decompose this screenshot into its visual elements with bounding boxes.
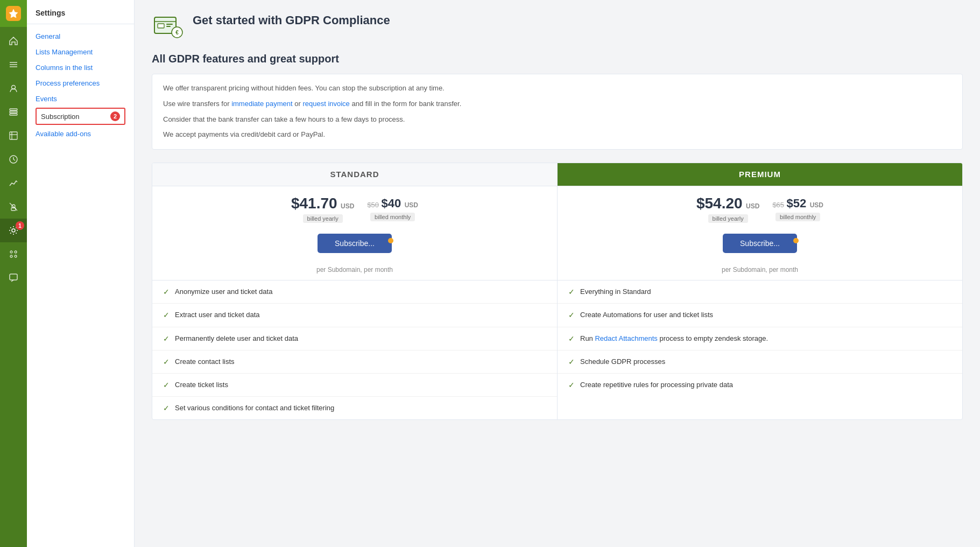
premium-price-monthly: $65 $52 USD billed monthly [772,197,823,221]
standard-feature-2: ✓ Extract user and ticket data [152,304,557,327]
premium-old-price: $65 [772,201,784,209]
standard-feature-4: ✓ Create contact lists [152,350,557,374]
svg-line-16 [10,203,17,211]
standard-yearly-billing: billed yearly [303,214,343,223]
check-icon: ✓ [163,404,170,412]
subscribe-dot [793,238,799,243]
svg-point-14 [12,205,15,208]
request-invoice-link[interactable]: request invoice [302,100,349,108]
premium-feature-2: ✓ Create Automations for user and ticket… [558,304,962,327]
premium-feature-1: ✓ Everything in Standard [558,280,962,304]
check-icon: ✓ [568,381,575,389]
standard-monthly-currency: USD [405,201,418,209]
standard-monthly-amount: $40 [382,197,401,210]
redact-attachments-link[interactable]: Redact Attachments [595,334,657,342]
sidebar-item-lists-management[interactable]: Lists Management [27,44,134,60]
info-p4: We accept payments via credit/debit card… [163,129,951,141]
nav-contacts[interactable] [0,76,27,100]
svg-point-18 [10,251,12,253]
nav-home[interactable] [0,29,27,53]
sidebar-item-events[interactable]: Events [27,91,134,107]
nav-bar: 1 [0,0,27,547]
standard-monthly-billing: billed monthly [370,213,415,221]
section-title: All GDPR features and great support [152,53,963,65]
svg-point-17 [12,229,15,232]
standard-per-subdomain: per Subdomain, per month [152,262,557,280]
feature-text: Set various conditions for contact and t… [175,403,334,413]
premium-feature-4: ✓ Schedule GDPR processes [558,350,962,374]
subscribe-dot [388,238,393,243]
sidebar-item-add-ons[interactable]: Available add-ons [27,126,134,142]
feature-text: Create Automations for user and ticket l… [580,310,713,320]
premium-plan: PREMIUM $54.20 USD billed yearly $65 $52… [558,163,962,419]
standard-plan-header: STANDARD [152,163,557,186]
svg-rect-22 [10,274,17,280]
feature-text: Everything in Standard [580,287,651,297]
check-icon: ✓ [163,287,170,296]
info-p3: Consider that the bank transfer can take… [163,114,951,125]
nav-settings[interactable]: 1 [0,219,27,242]
premium-subscribe-row: Subscribe... [558,227,962,262]
premium-feature-3: ✓ Run Redact Attachments process to empt… [558,327,962,350]
premium-subscribe-button[interactable]: Subscribe... [723,234,797,253]
check-icon: ✓ [568,311,575,319]
premium-plan-header: PREMIUM [558,163,962,186]
sidebar-item-general[interactable]: General [27,29,134,44]
premium-price-yearly: $54.20 USD billed yearly [696,195,759,223]
standard-yearly-amount: $41.70 [291,195,337,212]
nav-clock[interactable] [0,148,27,171]
check-icon: ✓ [163,357,170,366]
premium-yearly-amount: $54.20 [696,195,743,212]
standard-feature-5: ✓ Create ticket lists [152,374,557,397]
standard-price-yearly: $41.70 USD billed yearly [291,195,354,223]
svg-rect-26 [166,24,173,25]
svg-point-21 [15,255,17,257]
sidebar-item-process-preferences[interactable]: Process preferences [27,75,134,91]
settings-sidebar: Settings General Lists Management Column… [27,0,135,547]
nav-privacy[interactable] [0,195,27,219]
svg-rect-5 [10,109,17,110]
nav-lists[interactable] [0,100,27,124]
svg-point-19 [15,251,17,253]
premium-yearly-billing: billed yearly [708,214,748,223]
standard-subscribe-button[interactable]: Subscribe... [318,234,392,253]
premium-monthly-currency: USD [810,201,823,209]
svg-line-13 [13,159,15,160]
subscription-badge: 2 [110,111,120,121]
premium-features: ✓ Everything in Standard ✓ Create Automa… [558,280,962,396]
svg-rect-6 [10,111,17,113]
check-icon: ✓ [163,381,170,389]
check-icon: ✓ [163,311,170,319]
premium-monthly-billing: billed monthly [775,213,820,221]
page-header: € Get started with GDPR Compliance [152,13,963,40]
info-p1: We offer transparent pricing without hid… [163,83,951,94]
sidebar-title: Settings [27,9,134,24]
svg-rect-7 [10,114,17,115]
check-icon: ✓ [568,357,575,366]
nav-chat[interactable] [0,266,27,290]
premium-price-row: $54.20 USD billed yearly $65 $52 USD bil… [558,186,962,227]
standard-features: ✓ Anonymize user and ticket data ✓ Extra… [152,280,557,419]
feature-text: Schedule GDPR processes [580,357,665,367]
sidebar-item-subscription[interactable]: Subscription 2 [36,108,125,125]
svg-rect-25 [158,24,164,28]
standard-subscribe-row: Subscribe... [152,227,557,262]
sidebar-item-columns[interactable]: Columns in the list [27,60,134,75]
standard-feature-1: ✓ Anonymize user and ticket data [152,280,557,304]
standard-plan: STANDARD $41.70 USD billed yearly $50 $4… [152,163,558,419]
nav-analytics[interactable] [0,171,27,195]
page-title: Get started with GDPR Compliance [193,13,390,29]
nav-dashboard[interactable] [0,53,27,76]
svg-text:€: € [175,30,179,36]
premium-monthly-amount: $52 [787,197,807,210]
nav-apps[interactable] [0,242,27,266]
nav-reports[interactable] [0,124,27,148]
standard-price-row: $41.70 USD billed yearly $50 $40 USD bil… [152,186,557,227]
immediate-payment-link[interactable]: immediate payment [231,100,292,108]
standard-old-price: $50 [367,201,379,209]
premium-per-subdomain: per Subdomain, per month [558,262,962,280]
feature-text: Create ticket lists [175,380,228,390]
pricing-container: STANDARD $41.70 USD billed yearly $50 $4… [152,163,963,420]
check-icon: ✓ [568,287,575,296]
gdpr-header-icon: € [152,13,184,40]
